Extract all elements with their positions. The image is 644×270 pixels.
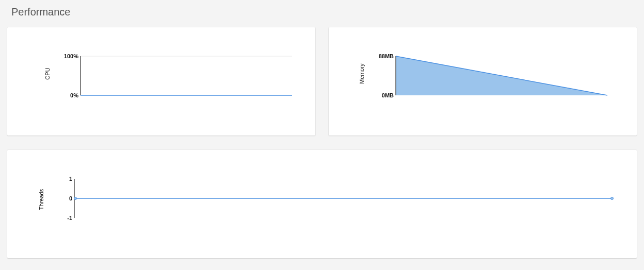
memory-chart-card: Memory 88MB 0MB xyxy=(329,27,637,136)
cpu-plot-svg xyxy=(81,56,292,95)
threads-plot-svg xyxy=(74,179,613,218)
cpu-tick-top: 100% xyxy=(64,53,78,59)
threads-tick-top: 1 xyxy=(69,176,72,182)
cpu-chart: CPU 100% 0% xyxy=(7,27,315,136)
cpu-tick-bottom: 0% xyxy=(70,92,78,98)
threads-axis-label: Threads xyxy=(38,179,44,220)
threads-tick-bottom: -1 xyxy=(67,215,72,221)
threads-chart-card: Threads 1 0 -1 xyxy=(7,150,637,258)
threads-tick-mid: 0 xyxy=(69,195,72,201)
memory-tick-top: 88MB xyxy=(379,53,394,59)
page-title: Performance xyxy=(11,6,637,18)
memory-plot-svg xyxy=(396,56,607,95)
memory-tick-bottom: 0MB xyxy=(382,92,394,98)
svg-point-8 xyxy=(74,197,77,200)
svg-point-9 xyxy=(611,197,614,200)
threads-chart: Threads 1 0 -1 xyxy=(7,150,637,258)
cpu-axis-label: CPU xyxy=(44,53,51,94)
cpu-chart-card: CPU 100% 0% xyxy=(7,27,315,136)
memory-chart: Memory 88MB 0MB xyxy=(329,27,637,136)
charts-row-1: CPU 100% 0% Memory 88MB 0MB xyxy=(7,27,637,136)
memory-axis-label: Memory xyxy=(359,53,365,94)
performance-panel: Performance CPU 100% 0% Memory xyxy=(0,0,644,265)
